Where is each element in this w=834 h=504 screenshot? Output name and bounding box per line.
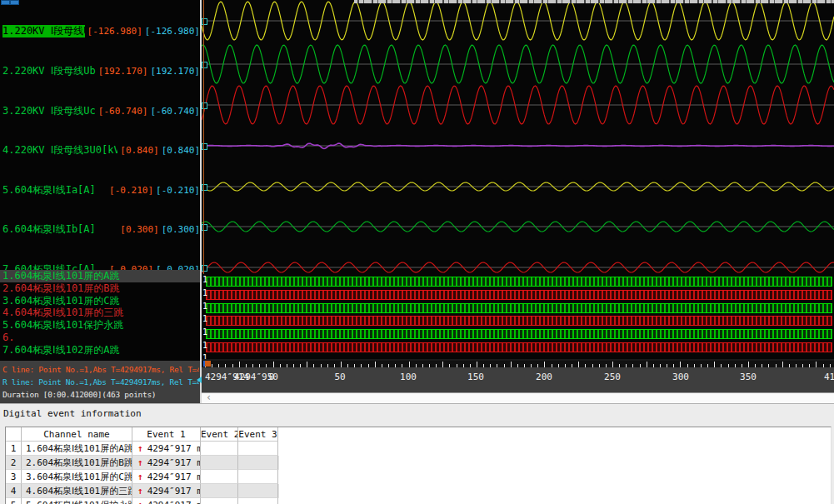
ruler-tick: [680, 362, 681, 367]
digital-bar: [206, 329, 832, 339]
duration-status: Duration [0:00.412000](463 points): [2, 388, 199, 401]
analog-channel-name[interactable]: 1.220KV Ⅰ段母线Ua[kV]: [2, 25, 85, 37]
time-ruler[interactable]: 4294″9144294″95005010015020025030035041: [202, 359, 834, 392]
analog-waveform-area[interactable]: [202, 0, 834, 274]
ruler-label-band: 4294″9144294″95005010015020025030035041: [202, 367, 834, 392]
c-cursor-value: [-0.210]: [109, 184, 153, 197]
digital-bar: [206, 303, 832, 313]
c-cursor-marker[interactable]: [203, 361, 211, 367]
waveform-canvas[interactable]: [202, 0, 834, 274]
digital-channel-row[interactable]: 4.604柘泉Ⅰ线101屏的三跳: [0, 307, 200, 319]
event1-cell: ↑4294″917 ms: [132, 442, 201, 456]
analog-channel-row[interactable]: 6.604柘泉Ⅰ线Ib[A][0.300][0.300]: [0, 223, 200, 236]
c-cursor-value: [-60.740]: [98, 105, 148, 117]
digital-channel-row[interactable]: 7.604柘泉Ⅰ线102屏的A跳: [0, 344, 200, 357]
event1-time: 4294″917 ms: [147, 443, 201, 454]
event-table: Channel name Event 1 Event 2 Event 3 1 1…: [5, 427, 832, 504]
c-line-status: C line: Point No.=1,Abs T=4294917ms, Rel…: [2, 363, 199, 376]
r-cursor-value: [192.170]: [150, 65, 200, 77]
ruler-label: 150: [467, 372, 484, 382]
ruler-label: 0: [269, 372, 275, 382]
event3-cell: [238, 442, 278, 456]
ruler-tick: [578, 362, 579, 367]
row-number: 5: [6, 498, 22, 504]
ruler-label: 300: [672, 372, 689, 382]
digital-bar: [206, 342, 832, 352]
c-cursor-value: [-126.980]: [87, 25, 142, 37]
r-cursor-value: [0.840]: [162, 144, 200, 157]
digital-bar: [206, 316, 832, 326]
analog-channel-row[interactable]: 7.604柘泉Ⅰ线Ic[A][-0.020][-0.020]: [0, 263, 200, 270]
ruler-tick: [816, 362, 817, 367]
event-table-row[interactable]: 1 1.604柘泉Ⅰ线101屏的A跳 ↑4294″917 ms: [6, 442, 279, 456]
event3-cell: [238, 484, 278, 498]
digital-event-panel: Digital event information Channel name E…: [0, 403, 834, 504]
analog-channel-name[interactable]: 3.220KV Ⅰ段母线Uc[kV]: [2, 105, 96, 117]
digital-bar: [206, 277, 832, 287]
digital-channel-row[interactable]: 5.604柘泉Ⅰ线101保护永跳: [0, 319, 200, 332]
analog-channel-name[interactable]: 6.604柘泉Ⅰ线Ib[A]: [2, 223, 117, 236]
analog-channel-row[interactable]: 1.220KV Ⅰ段母线Ua[kV][-126.980][-126.980]: [0, 25, 200, 37]
ruler-tick: [307, 362, 307, 367]
ruler-label: 41: [824, 372, 834, 382]
digital-channel-row[interactable]: 1.604柘泉Ⅰ线101屏的A跳: [0, 270, 200, 282]
r-line-status: R line: Point No.=1,Abs T=4294917ms, Rel…: [2, 376, 199, 388]
digital-bar: [206, 290, 832, 300]
digital-state-label: 1: [202, 302, 207, 311]
analog-channel-row[interactable]: 5.604柘泉Ⅰ线Ia[A][-0.210][-0.210]: [0, 184, 200, 197]
analog-channel-name[interactable]: 4.220KV Ⅰ段母线3U0[kV]: [2, 144, 117, 157]
horizontal-scrollbar[interactable]: ‹: [202, 392, 834, 403]
c-cursor-value: [192.170]: [98, 65, 148, 77]
c-cursor-value: [-0.020]: [109, 263, 153, 270]
event-table-row[interactable]: 4 4.604柘泉Ⅰ线101屏的三跳 ↑4294″917 ms: [6, 484, 279, 498]
r-cursor-value: [-126.980]: [145, 25, 200, 37]
digital-channel-row[interactable]: 6.: [0, 332, 200, 344]
analog-channel-name[interactable]: 2.220KV Ⅰ段母线Ub[kV]: [2, 65, 96, 77]
scroll-left-arrow-icon[interactable]: ‹: [206, 392, 212, 403]
event2-cell: [201, 442, 238, 456]
r-cursor-marker[interactable]: [197, 377, 202, 383]
r-cursor-value: [-60.740]: [150, 105, 200, 117]
rising-edge-icon: ↑: [137, 472, 143, 482]
event-channel-name: 3.604柘泉Ⅰ线101屏的C跳: [22, 470, 132, 484]
row-number: 4: [6, 484, 22, 498]
analog-channel-row[interactable]: 2.220KV Ⅰ段母线Ub[kV][192.170][192.170]: [0, 65, 200, 77]
digital-channel-row[interactable]: 2.604柘泉Ⅰ线101屏的B跳: [0, 282, 200, 295]
event-channel-name: 4.604柘泉Ⅰ线101屏的三跳: [22, 484, 132, 498]
event2-cell: [201, 484, 238, 498]
ruler-tick: [239, 362, 240, 367]
ruler-tick: [511, 362, 512, 367]
rising-edge-icon: ↑: [137, 500, 143, 504]
ruler-label: 350: [740, 372, 757, 382]
rising-edge-icon: ↑: [137, 457, 143, 468]
analog-channel-row[interactable]: 4.220KV Ⅰ段母线3U0[kV][0.840][0.840]: [0, 144, 200, 157]
event-channel-name: 2.604柘泉Ⅰ线101屏的B跳: [22, 456, 132, 470]
event1-cell: ↑4294″917 ms: [132, 498, 201, 504]
analog-channel-row[interactable]: 3.220KV Ⅰ段母线Uc[kV][-60.740][-60.740]: [0, 105, 200, 117]
analog-channel-name[interactable]: 5.604柘泉Ⅰ线Ia[A]: [2, 184, 107, 197]
analog-channel-name[interactable]: 7.604柘泉Ⅰ线Ic[A]: [2, 263, 107, 270]
digital-waveform-area[interactable]: 1111111: [202, 274, 834, 359]
row-number: 3: [6, 470, 22, 484]
channel-name-header: Channel name: [22, 427, 132, 442]
ruler-tick: [341, 362, 342, 367]
r-cursor-value: [-0.020]: [156, 263, 200, 270]
event-table-row[interactable]: 3 3.604柘泉Ⅰ线101屏的C跳 ↑4294″917 ms: [6, 470, 279, 484]
event1-time: 4294″917 ms: [147, 486, 201, 497]
event-table-row[interactable]: 5 5.604柘泉Ⅰ线101保护永跳 ↑4294″917 ms: [6, 498, 279, 504]
digital-state-label: 1: [202, 276, 207, 284]
r-cursor-value: [-0.210]: [156, 184, 200, 197]
analog-channel-list: 1.220KV Ⅰ段母线Ua[kV][-126.980][-126.980] 2…: [0, 0, 200, 270]
event1-cell: ↑4294″917 ms: [132, 484, 201, 498]
ruler-label: 100: [400, 372, 417, 382]
app-window: { "analog_panel": { "channels": [ {"name…: [0, 0, 834, 504]
ruler-tick: [612, 362, 613, 367]
digital-state-label: 1: [202, 315, 207, 323]
event-table-row[interactable]: 2 2.604柘泉Ⅰ线101屏的B跳 ↑4294″917 ms: [6, 456, 279, 470]
r-cursor-value: [0.300]: [162, 223, 200, 236]
event1-cell: ↑4294″917 ms: [132, 470, 201, 484]
digital-state-label: 1: [202, 342, 207, 350]
digital-channel-row[interactable]: 3.604柘泉Ⅰ线101屏的C跳: [0, 295, 200, 307]
cursor-status-panel: C line: Point No.=1,Abs T=4294917ms, Rel…: [0, 361, 200, 403]
ruler-tick: [273, 362, 274, 367]
